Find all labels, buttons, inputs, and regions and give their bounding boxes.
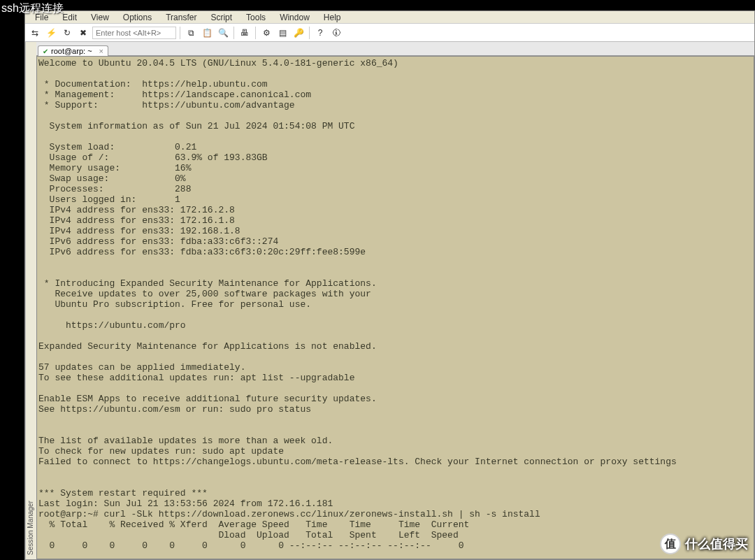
properties-icon[interactable]: ▤ [275, 26, 289, 40]
quick-connect-icon[interactable]: ⚡ [44, 26, 58, 40]
toolbar-separator [255, 27, 256, 39]
connect-icon[interactable]: ⇆ [28, 26, 42, 40]
menu-transfer[interactable]: Transfer [159, 12, 203, 23]
menu-script[interactable]: Script [203, 12, 239, 23]
menu-bar: File Edit View Options Transfer Script T… [25, 11, 754, 24]
content-area: ✔ root@arp: ~ × Welcome to Ubuntu 20.04.… [36, 42, 754, 559]
session-manager-tab[interactable]: Session Manager [25, 42, 36, 559]
menu-view[interactable]: View [84, 12, 116, 23]
toolbar-separator [309, 27, 310, 39]
toolbar: ⇆ ⚡ ↻ ✖ ⧉ 📋 🔍 🖶 ⚙ ▤ 🔑 ? 🛈 [25, 24, 754, 42]
reconnect-icon[interactable]: ↻ [60, 26, 74, 40]
watermark: 值 什么值得买 [660, 533, 748, 554]
main-area: Session Manager ✔ root@arp: ~ × Welcome … [25, 42, 754, 559]
terminal-output[interactable]: Welcome to Ubuntu 20.04.5 LTS (GNU/Linux… [36, 56, 754, 559]
disconnect-icon[interactable]: ✖ [76, 26, 90, 40]
menu-help[interactable]: Help [317, 12, 348, 23]
app-window: File Edit View Options Transfer Script T… [24, 10, 755, 560]
paste-icon[interactable]: 📋 [200, 26, 214, 40]
toolbar-separator [233, 27, 234, 39]
about-icon[interactable]: 🛈 [329, 26, 343, 40]
watermark-badge-icon: 值 [660, 533, 681, 554]
watermark-text: 什么值得买 [685, 536, 748, 552]
overlay-title: ssh远程连接 [1, 1, 64, 16]
tab-title: root@arp: ~ [51, 47, 92, 55]
session-tab[interactable]: ✔ root@arp: ~ × [38, 45, 108, 56]
menu-window[interactable]: Window [273, 12, 317, 23]
help-icon[interactable]: ? [313, 26, 327, 40]
tab-bar: ✔ root@arp: ~ × [36, 42, 754, 56]
close-tab-icon[interactable]: × [99, 47, 103, 55]
toolbar-separator [180, 27, 180, 39]
menu-options[interactable]: Options [116, 12, 159, 23]
copy-icon[interactable]: ⧉ [184, 26, 198, 40]
settings-icon[interactable]: ⚙ [259, 26, 273, 40]
key-icon[interactable]: 🔑 [292, 26, 305, 40]
find-icon[interactable]: 🔍 [216, 26, 230, 40]
menu-tools[interactable]: Tools [239, 12, 273, 23]
host-input[interactable] [92, 27, 176, 39]
print-icon[interactable]: 🖶 [238, 26, 252, 40]
status-dot-icon: ✔ [43, 48, 48, 55]
